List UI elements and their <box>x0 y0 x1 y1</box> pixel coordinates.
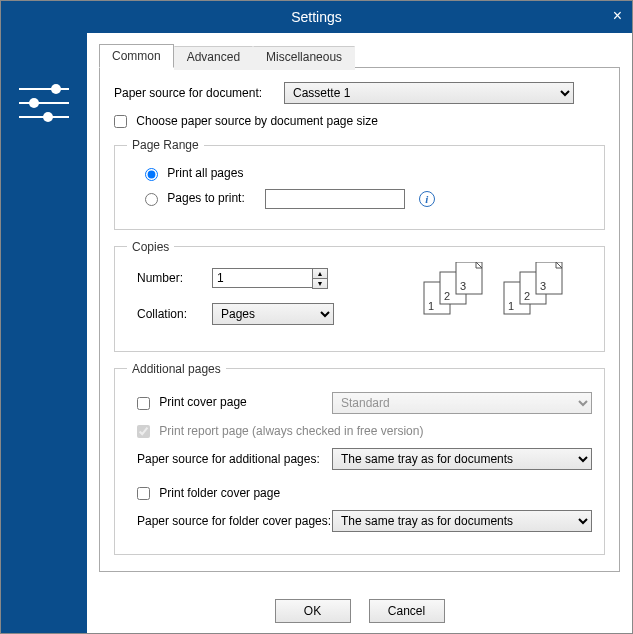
collation-select[interactable]: Pages <box>212 303 334 325</box>
folder-cover-label: Print folder cover page <box>159 486 280 500</box>
print-all-radio-wrap[interactable]: Print all pages <box>145 166 243 180</box>
print-all-radio[interactable] <box>145 168 158 181</box>
cancel-button[interactable]: Cancel <box>369 599 445 623</box>
additional-source-select[interactable]: The same tray as for documents <box>332 448 592 470</box>
cover-type-select: Standard <box>332 392 592 414</box>
choose-by-size-checkbox-wrap[interactable]: Choose paper source by document page siz… <box>114 114 378 128</box>
title-bar: Settings × <box>1 1 632 33</box>
tab-advanced[interactable]: Advanced <box>174 46 253 70</box>
spin-up-icon[interactable]: ▲ <box>313 269 327 279</box>
svg-text:2: 2 <box>524 290 530 302</box>
sliders-icon <box>19 88 69 118</box>
collation-label: Collation: <box>137 307 212 321</box>
pages-to-print-radio[interactable] <box>145 193 158 206</box>
paper-source-label: Paper source for document: <box>114 86 284 100</box>
print-all-label: Print all pages <box>167 166 243 180</box>
close-icon[interactable]: × <box>613 7 622 25</box>
pages-to-print-radio-wrap[interactable]: Pages to print: <box>145 191 245 205</box>
spin-down-icon[interactable]: ▼ <box>313 279 327 288</box>
cover-label: Print cover page <box>159 395 246 409</box>
report-label: Print report page (always checked in fre… <box>159 424 423 438</box>
svg-text:1: 1 <box>508 300 514 312</box>
cover-checkbox[interactable] <box>137 397 150 410</box>
tab-content: Paper source for document: Cassette 1 Ch… <box>99 67 620 572</box>
svg-text:1: 1 <box>428 300 434 312</box>
sidebar <box>1 33 87 633</box>
folder-cover-checkbox-wrap[interactable]: Print folder cover page <box>137 486 280 500</box>
svg-text:3: 3 <box>540 280 546 292</box>
choose-by-size-label: Choose paper source by document page siz… <box>136 114 377 128</box>
additional-legend: Additional pages <box>127 362 226 376</box>
tab-common[interactable]: Common <box>99 44 174 68</box>
number-spinner[interactable]: ▲ ▼ <box>212 268 328 289</box>
folder-source-select[interactable]: The same tray as for documents <box>332 510 592 532</box>
folder-cover-checkbox[interactable] <box>137 487 150 500</box>
number-label: Number: <box>137 271 212 285</box>
additional-pages-group: Additional pages Print cover page Standa… <box>114 362 605 556</box>
page-range-legend: Page Range <box>127 138 204 152</box>
paper-source-select[interactable]: Cassette 1 <box>284 82 574 104</box>
info-icon[interactable]: i <box>419 191 435 207</box>
collation-icon: 1 2 3 1 2 3 <box>414 262 574 322</box>
page-range-group: Page Range Print all pages Pages to prin… <box>114 138 605 229</box>
tab-miscellaneous[interactable]: Miscellaneous <box>253 46 355 70</box>
choose-by-size-checkbox[interactable] <box>114 115 127 128</box>
pages-to-print-label: Pages to print: <box>167 191 244 205</box>
pages-input[interactable] <box>265 189 405 209</box>
svg-text:2: 2 <box>444 290 450 302</box>
window-title: Settings <box>291 9 342 25</box>
tab-strip: Common Advanced Miscellaneous <box>99 44 620 68</box>
content: Common Advanced Miscellaneous Paper sour… <box>87 33 632 633</box>
number-input[interactable] <box>212 268 312 288</box>
folder-source-label: Paper source for folder cover pages: <box>137 514 332 528</box>
copies-group: Copies Number: ▲ ▼ Collation: <box>114 240 605 352</box>
svg-text:3: 3 <box>460 280 466 292</box>
report-checkbox-wrap: Print report page (always checked in fre… <box>137 424 423 438</box>
report-checkbox <box>137 425 150 438</box>
ok-button[interactable]: OK <box>275 599 351 623</box>
dialog-buttons: OK Cancel <box>99 587 620 623</box>
cover-checkbox-wrap[interactable]: Print cover page <box>137 395 332 409</box>
additional-source-label: Paper source for additional pages: <box>137 452 332 466</box>
copies-legend: Copies <box>127 240 174 254</box>
